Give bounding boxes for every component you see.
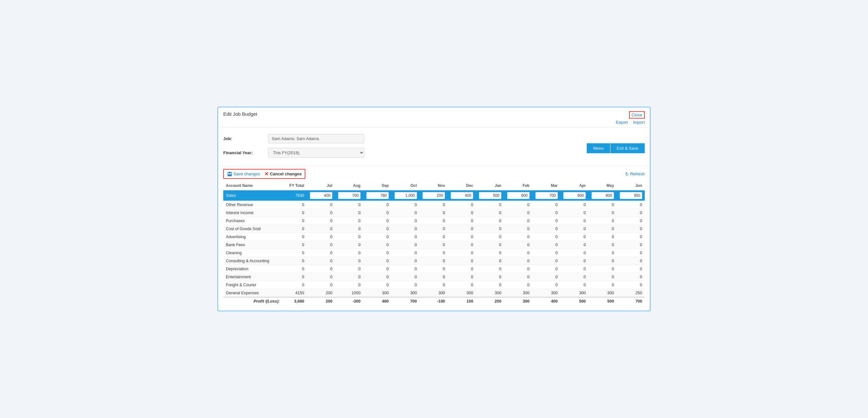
profit-month-8: 400 [532,297,560,306]
cell-mar[interactable] [532,190,560,201]
cell-apr: 0 [560,225,589,233]
exit-save-button[interactable]: Exit & Save [611,143,645,153]
cell-may: 0 [588,241,617,249]
cell-jul: 0 [307,249,335,257]
cell-sep: 0 [363,217,391,225]
cell-may[interactable] [588,190,617,201]
job-input[interactable] [268,134,364,143]
cell-dec: 0 [447,257,476,265]
cell-jul: 0 [307,281,335,289]
cell-jan: 0 [476,209,504,217]
page-title: Edit Job Budget [223,111,257,117]
cell-mar: 0 [532,233,560,241]
col-jun: Jun [617,182,645,190]
col-jul: Jul [307,182,335,190]
table-row: Advertising0000000000000 [223,233,645,241]
cell-fy-total: 0 [282,273,307,281]
cell-fy-total: 0 [282,225,307,233]
cell-jun[interactable] [617,190,645,201]
menu-button[interactable]: Menu [587,143,611,153]
form-section: Job: Financial Year: This FY(2018) Last … [218,128,650,166]
cell-account-name: Entertainment [223,273,282,281]
cell-account-name: General Expenses [223,289,282,297]
export-button[interactable]: Export [616,120,628,125]
input-nov[interactable] [423,192,445,199]
job-row: Job: [223,134,364,143]
cell-aug: 0 [335,249,363,257]
top-bar: Edit Job Budget Close Export Import [218,107,650,128]
input-aug[interactable] [338,192,361,199]
cell-jun: 0 [617,249,645,257]
input-feb[interactable] [507,192,530,199]
cell-may: 0 [588,249,617,257]
cell-feb: 300 [504,289,532,297]
col-oct: Oct [391,182,420,190]
input-may[interactable] [591,192,614,199]
cell-jun: 0 [617,201,645,209]
cell-jun: 0 [617,273,645,281]
cell-sep: 0 [363,265,391,273]
cell-nov: 0 [420,257,448,265]
cell-account-name: Freight & Courier [223,281,282,289]
cell-dec: 0 [447,281,476,289]
col-nov: Nov [420,182,448,190]
cell-jul[interactable] [307,190,335,201]
cell-jan: 0 [476,273,504,281]
input-jun[interactable] [620,192,642,199]
refresh-icon: ↻ [624,171,630,177]
cell-aug[interactable] [335,190,363,201]
input-dec[interactable] [451,192,473,199]
financial-year-select[interactable]: This FY(2018) Last FY(2017) Next FY(2019… [268,148,364,158]
cell-oct: 0 [391,233,420,241]
cell-jul: 200 [307,289,335,297]
cell-nov[interactable] [420,190,448,201]
cell-jul: 0 [307,273,335,281]
svg-rect-2 [228,174,231,176]
table-row: Depreciation0000000000000 [223,265,645,273]
profit-month-3: 700 [391,297,420,306]
cell-jan: 0 [476,281,504,289]
profit-month-0: 200 [307,297,335,306]
profit-month-9: 500 [560,297,589,306]
cell-sep: 0 [363,201,391,209]
profit-month-7: 300 [504,297,532,306]
cancel-changes-button[interactable]: ✕ Cancel changes [264,171,302,177]
cell-jul: 0 [307,201,335,209]
cell-dec: 0 [447,265,476,273]
input-oct[interactable] [395,192,417,199]
cell-sep[interactable] [363,190,391,201]
cell-nov: 0 [420,217,448,225]
table-row: Interest Income0000000000000 [223,209,645,217]
cell-may: 0 [588,233,617,241]
cell-jun: 0 [617,217,645,225]
table-row: Bank Fees0000000000000 [223,241,645,249]
cell-mar: 0 [532,281,560,289]
input-sep[interactable] [366,192,389,199]
cell-may: 0 [588,217,617,225]
input-jul[interactable] [310,192,332,199]
cell-oct: 0 [391,217,420,225]
close-button[interactable]: Close [631,112,642,117]
input-mar[interactable] [535,192,558,199]
cell-dec: 0 [447,201,476,209]
import-button[interactable]: Import [633,120,645,125]
refresh-button[interactable]: ↻ Refresh [625,171,645,176]
cell-jun: 250 [617,289,645,297]
cell-apr[interactable] [560,190,589,201]
cell-jan: 0 [476,225,504,233]
cell-feb[interactable] [504,190,532,201]
top-right-buttons: Close Export Import [616,111,645,125]
cell-dec[interactable] [447,190,476,201]
save-changes-button[interactable]: Save changes [227,171,260,176]
cell-mar: 0 [532,249,560,257]
input-jan[interactable] [479,192,501,199]
cell-feb: 0 [504,225,532,233]
cell-mar: 0 [532,241,560,249]
table-row: General Expenses415020010003003003003003… [223,289,645,297]
cell-jan[interactable] [476,190,504,201]
cell-oct: 0 [391,241,420,249]
cell-may: 0 [588,273,617,281]
input-apr[interactable] [563,192,586,199]
cell-oct[interactable] [391,190,420,201]
cell-aug: 0 [335,225,363,233]
